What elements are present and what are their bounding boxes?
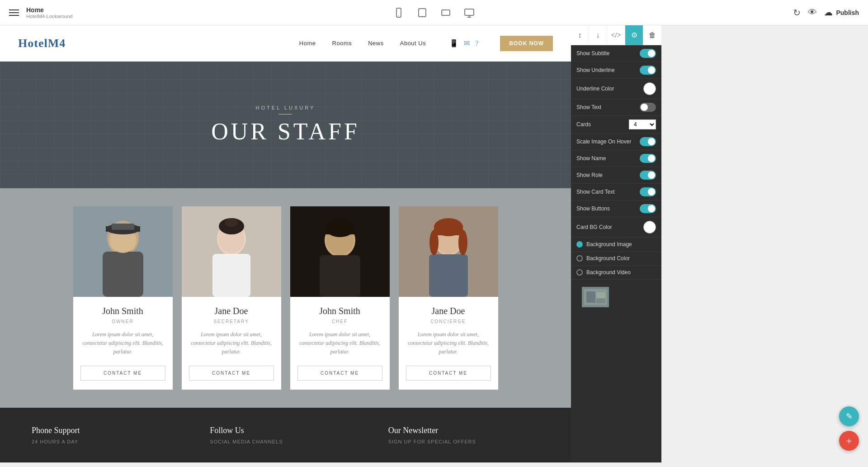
preview-icon[interactable]: 👁 (808, 7, 817, 18)
svg-point-34 (429, 230, 439, 255)
card-bg-color-swatch[interactable] (643, 221, 656, 234)
nav-news[interactable]: News (368, 40, 384, 47)
help-icon[interactable]: ? (475, 39, 478, 48)
device-switcher (392, 5, 476, 20)
background-image-option[interactable]: Background Image (571, 238, 661, 252)
show-card-text-toggle[interactable] (640, 187, 656, 196)
staff-card-4: Jane Doe CONCIERGE Lorem ipsum dolor sit… (399, 206, 498, 390)
contact-button-3[interactable]: CONTACT ME (297, 366, 382, 381)
footer-newsletter-sub: SIGN UP FOR SPECIAL OFFERS (388, 439, 539, 444)
show-buttons-label: Show Buttons (576, 205, 640, 212)
show-text-label: Show Text (576, 104, 640, 110)
email-icon[interactable]: ✉ (464, 39, 470, 48)
bg-color-radio[interactable] (576, 255, 583, 262)
staff-section: John Smith OWNER Lorem ipsum dolor sit a… (0, 188, 571, 408)
staff-photo-2 (182, 206, 281, 297)
show-name-row: Show Name (571, 150, 661, 167)
show-underline-toggle[interactable] (640, 66, 656, 75)
panel-settings-icon[interactable]: ⚙ (625, 25, 643, 45)
nav-about[interactable]: About Us (400, 40, 426, 47)
staff-role-2: SECRETARY (189, 319, 274, 324)
svg-rect-33 (434, 225, 463, 235)
panel-toolbar: ↕ ↓ </> ⚙ 🗑 (571, 25, 661, 45)
staff-photo-4 (399, 206, 498, 297)
fab-add-button[interactable]: + (839, 431, 859, 451)
show-subtitle-row: Show Subtitle (571, 45, 661, 62)
nav-home[interactable]: Home (299, 40, 316, 47)
panel-download-icon[interactable]: ↓ (589, 25, 607, 45)
desktop-icon[interactable] (462, 5, 476, 20)
mobile-icon[interactable] (392, 5, 406, 20)
svg-rect-30 (429, 254, 468, 297)
bg-color-label: Background Color (586, 255, 630, 262)
staff-photo-3 (290, 206, 390, 297)
tablet-icon[interactable] (415, 5, 429, 20)
cards-label: Cards (576, 121, 629, 128)
show-subtitle-toggle[interactable] (640, 49, 656, 58)
panel-settings: Show Subtitle Show Underline Underline C… (571, 45, 661, 315)
show-name-label: Show Name (576, 155, 640, 162)
background-color-option[interactable]: Background Color (571, 252, 661, 266)
staff-card-body-1: John Smith OWNER Lorem ipsum dolor sit a… (73, 297, 173, 390)
bg-image-label: Background Image (586, 241, 632, 248)
fab-edit-button[interactable]: ✎ (839, 406, 859, 426)
show-role-row: Show Role (571, 167, 661, 184)
show-underline-row: Show Underline (571, 62, 661, 79)
svg-rect-4 (442, 10, 450, 15)
staff-name-1: John Smith (80, 306, 165, 316)
footer-social-title: Follow Us (210, 426, 361, 435)
phone-icon[interactable]: 📱 (449, 39, 458, 48)
cloud-icon: ☁ (824, 8, 832, 18)
show-role-label: Show Role (576, 172, 640, 178)
underline-color-swatch[interactable] (643, 82, 656, 95)
cards-row: Cards 4 3 2 1 (571, 116, 661, 133)
tablet-landscape-icon[interactable] (439, 5, 453, 20)
svg-rect-2 (419, 9, 426, 17)
show-text-toggle[interactable] (640, 103, 656, 112)
panel-move-icon[interactable]: ↕ (571, 25, 589, 45)
contact-button-1[interactable]: CONTACT ME (80, 366, 165, 381)
staff-card: John Smith OWNER Lorem ipsum dolor sit a… (73, 206, 173, 390)
bg-image-radio[interactable] (576, 241, 583, 248)
show-role-toggle[interactable] (640, 171, 656, 180)
site-nav: Home Rooms News About Us 📱 ✉ ? BOOK NOW (299, 36, 553, 51)
panel-code-icon[interactable]: </> (607, 25, 625, 45)
staff-text-2: Lorem ipsum dolor sit amet, consectetur … (189, 330, 274, 357)
staff-card-3: John Smith CHEF Lorem ipsum dolor sit am… (290, 206, 390, 390)
svg-rect-39 (596, 292, 605, 298)
hero-title: OUR STAFF (211, 118, 360, 145)
scale-image-label: Scale Image On Hover (576, 138, 640, 145)
undo-icon[interactable]: ↺ (793, 7, 801, 18)
footer-social-sub: SOCIAL MEDIA CHANNELS (210, 439, 361, 444)
staff-role-1: OWNER (80, 319, 165, 324)
show-text-row: Show Text (571, 99, 661, 116)
main-canvas: HotelM4 Home Rooms News About Us 📱 ✉ ? B… (0, 25, 571, 462)
staff-role-4: CONCIERGE (406, 319, 491, 324)
nav-rooms[interactable]: Rooms (332, 40, 352, 47)
staff-name-2: Jane Doe (189, 306, 274, 316)
background-thumbnail[interactable] (582, 287, 609, 307)
card-bg-color-row: Card BG Color (571, 217, 661, 238)
menu-icon[interactable] (9, 10, 19, 16)
background-video-option[interactable]: Background Video (571, 266, 661, 280)
logo-prefix: Hotel (18, 37, 48, 50)
toolbar-breadcrumb: HotelM4-Lookaround (26, 14, 73, 19)
show-name-toggle[interactable] (640, 154, 656, 163)
underline-color-label: Underline Color (576, 86, 643, 92)
publish-button[interactable]: ☁ Publish (824, 8, 859, 18)
scale-image-toggle[interactable] (640, 137, 656, 146)
book-now-button[interactable]: BOOK NOW (500, 36, 553, 51)
staff-photo-1 (73, 206, 173, 297)
bg-video-radio[interactable] (576, 269, 583, 276)
contact-button-4[interactable]: CONTACT ME (406, 366, 491, 381)
show-buttons-toggle[interactable] (640, 204, 656, 213)
svg-rect-24 (320, 255, 360, 297)
contact-button-2[interactable]: CONTACT ME (189, 366, 274, 381)
hero-subtitle: HOTEL LUXURY (211, 105, 360, 110)
staff-name-3: John Smith (297, 306, 382, 316)
content-area: HotelM4 Home Rooms News About Us 📱 ✉ ? B… (0, 25, 868, 462)
staff-card-body-3: John Smith CHEF Lorem ipsum dolor sit am… (290, 297, 390, 390)
footer-col-1: Phone Support 24 HOURS A DAY (18, 426, 196, 444)
cards-select[interactable]: 4 3 2 1 (629, 119, 656, 129)
panel-delete-icon[interactable]: 🗑 (643, 25, 661, 45)
